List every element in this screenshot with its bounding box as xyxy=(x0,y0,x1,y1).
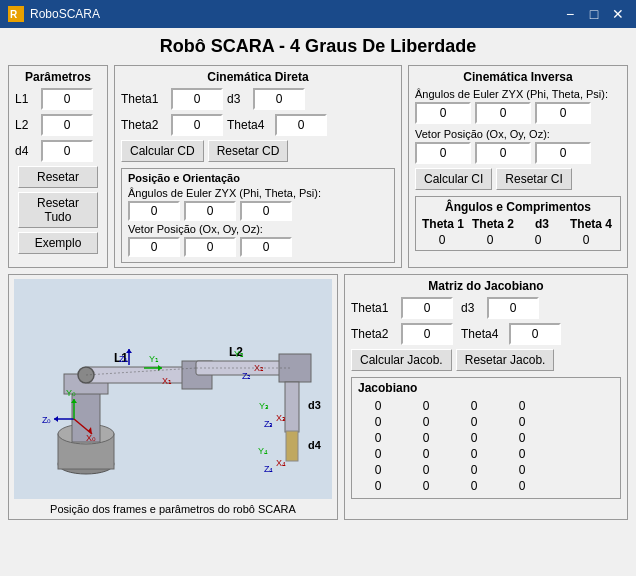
ci-title: Cinemática Inversa xyxy=(415,70,621,84)
svg-rect-13 xyxy=(285,382,299,432)
svg-text:Z₂: Z₂ xyxy=(242,371,252,381)
jac-cell-0-0: 0 xyxy=(358,399,398,413)
ci-euler-row xyxy=(415,102,621,124)
theta4-header: Theta 4 xyxy=(570,217,612,231)
robot-caption: Posição dos frames e parâmetros do robô … xyxy=(13,503,333,515)
jac-cell-4-1: 0 xyxy=(406,463,446,477)
ci-euler1-input[interactable] xyxy=(415,102,471,124)
jac-cell-5-1: 0 xyxy=(406,479,446,493)
ci-theta2-val: 0 xyxy=(470,233,510,247)
calc-jacob-button[interactable]: Calcular Jacob. xyxy=(351,349,452,371)
jac-matrix-row: 0000 xyxy=(358,415,614,429)
l2-input[interactable] xyxy=(41,114,93,136)
svg-text:X₄: X₄ xyxy=(276,458,286,468)
l1-row: L1 xyxy=(15,88,101,110)
robot-canvas: L1 L2 d3 d4 Z₀ Y₀ X₀ xyxy=(14,279,332,499)
cd-vec1-input[interactable] xyxy=(128,237,180,257)
ci-vec-row xyxy=(415,142,621,164)
cd-theta4-input[interactable] xyxy=(275,114,327,136)
ci-theta1-val: 0 xyxy=(422,233,462,247)
cd-vec3-input[interactable] xyxy=(240,237,292,257)
svg-text:d3: d3 xyxy=(308,399,321,411)
jac-d3-input[interactable] xyxy=(487,297,539,319)
cd-theta1-input[interactable] xyxy=(171,88,223,110)
calc-cd-button[interactable]: Calcular CD xyxy=(121,140,204,162)
jac-cell-5-0: 0 xyxy=(358,479,398,493)
jac-matrix-title: Jacobiano xyxy=(358,381,614,395)
reset-button[interactable]: Resetar xyxy=(18,166,98,188)
ci-d3-val: 0 xyxy=(518,233,558,247)
jac-cell-5-3: 0 xyxy=(502,479,542,493)
cd-theta2-row: Theta2 Theta4 xyxy=(121,114,395,136)
jac-theta2-label: Theta2 xyxy=(351,327,397,341)
svg-rect-12 xyxy=(279,354,311,382)
cd-buttons: Calcular CD Resetar CD xyxy=(121,140,395,162)
jac-d3-label: d3 xyxy=(461,301,483,315)
jac-cell-1-1: 0 xyxy=(406,415,446,429)
app-title: Robô SCARA - 4 Graus De Liberdade xyxy=(8,36,628,57)
jac-matrix-row: 0000 xyxy=(358,399,614,413)
jac-theta1-label: Theta1 xyxy=(351,301,397,315)
calc-ci-button[interactable]: Calcular CI xyxy=(415,168,492,190)
angles-values: 0 0 0 0 xyxy=(422,233,614,247)
reset-ci-button[interactable]: Resetar CI xyxy=(496,168,571,190)
theta2-header: Theta 2 xyxy=(472,217,514,231)
cd-theta2-input[interactable] xyxy=(171,114,223,136)
ci-vec3-input[interactable] xyxy=(535,142,591,164)
close-button[interactable]: ✕ xyxy=(608,5,628,23)
svg-text:Y₄: Y₄ xyxy=(258,446,268,456)
cd-euler2-input[interactable] xyxy=(184,201,236,221)
cd-d3-input[interactable] xyxy=(253,88,305,110)
cd-vec-row xyxy=(128,237,388,257)
window-controls: − □ ✕ xyxy=(560,5,628,23)
jac-theta2-input[interactable] xyxy=(401,323,453,345)
ci-vec2-input[interactable] xyxy=(475,142,531,164)
jac-cell-0-1: 0 xyxy=(406,399,446,413)
cd-panel: Cinemática Direta Theta1 d3 Theta2 Theta… xyxy=(114,65,402,268)
main-content: Robô SCARA - 4 Graus De Liberdade Parâme… xyxy=(0,28,636,528)
jac-matrix-row: 0000 xyxy=(358,463,614,477)
ci-theta4-val: 0 xyxy=(566,233,606,247)
ci-vec1-input[interactable] xyxy=(415,142,471,164)
cd-theta4-label: Theta4 xyxy=(227,118,271,132)
l1-input[interactable] xyxy=(41,88,93,110)
jac-matrix-row: 0000 xyxy=(358,431,614,445)
maximize-button[interactable]: □ xyxy=(584,5,604,23)
cd-euler3-input[interactable] xyxy=(240,201,292,221)
theta1-header: Theta 1 xyxy=(422,217,464,231)
svg-text:Y₃: Y₃ xyxy=(259,401,269,411)
ci-euler2-input[interactable] xyxy=(475,102,531,124)
svg-rect-8 xyxy=(86,367,196,383)
reset-cd-button[interactable]: Resetar CD xyxy=(208,140,289,162)
svg-text:R: R xyxy=(10,9,18,20)
jac-cell-1-2: 0 xyxy=(454,415,494,429)
top-panels-row: Parâmetros L1 L2 d4 Resetar Resetar Tudo… xyxy=(8,65,628,268)
jac-cell-2-1: 0 xyxy=(406,431,446,445)
jac-cell-4-2: 0 xyxy=(454,463,494,477)
angles-comp-panel: Ângulos e Comprimentos Theta 1 Theta 2 d… xyxy=(415,196,621,251)
svg-text:d4: d4 xyxy=(308,439,322,451)
jac-theta1-input[interactable] xyxy=(401,297,453,319)
jac-theta4-input[interactable] xyxy=(509,323,561,345)
svg-text:X₃: X₃ xyxy=(276,413,286,423)
app-icon: R xyxy=(8,6,24,22)
cd-pos-title: Posição e Orientação xyxy=(128,172,388,184)
example-button[interactable]: Exemplo xyxy=(18,232,98,254)
jac-theta2-row: Theta2 Theta4 xyxy=(351,323,621,345)
svg-text:X₁: X₁ xyxy=(162,376,172,386)
jacobian-panel: Matriz do Jacobiano Theta1 d3 Theta2 The… xyxy=(344,274,628,520)
ci-vec-title: Vetor Posição (Ox, Oy, Oz): xyxy=(415,128,621,140)
svg-text:Z₁: Z₁ xyxy=(119,354,129,364)
jac-cell-3-1: 0 xyxy=(406,447,446,461)
cd-euler1-input[interactable] xyxy=(128,201,180,221)
cd-vec2-input[interactable] xyxy=(184,237,236,257)
jac-cell-1-0: 0 xyxy=(358,415,398,429)
svg-text:X₀: X₀ xyxy=(86,433,96,443)
d4-input[interactable] xyxy=(41,140,93,162)
reset-jacob-button[interactable]: Resetar Jacob. xyxy=(456,349,555,371)
svg-rect-14 xyxy=(286,431,298,461)
minimize-button[interactable]: − xyxy=(560,5,580,23)
window-title: RoboSCARA xyxy=(30,7,100,21)
ci-euler3-input[interactable] xyxy=(535,102,591,124)
reset-all-button[interactable]: Resetar Tudo xyxy=(18,192,98,228)
